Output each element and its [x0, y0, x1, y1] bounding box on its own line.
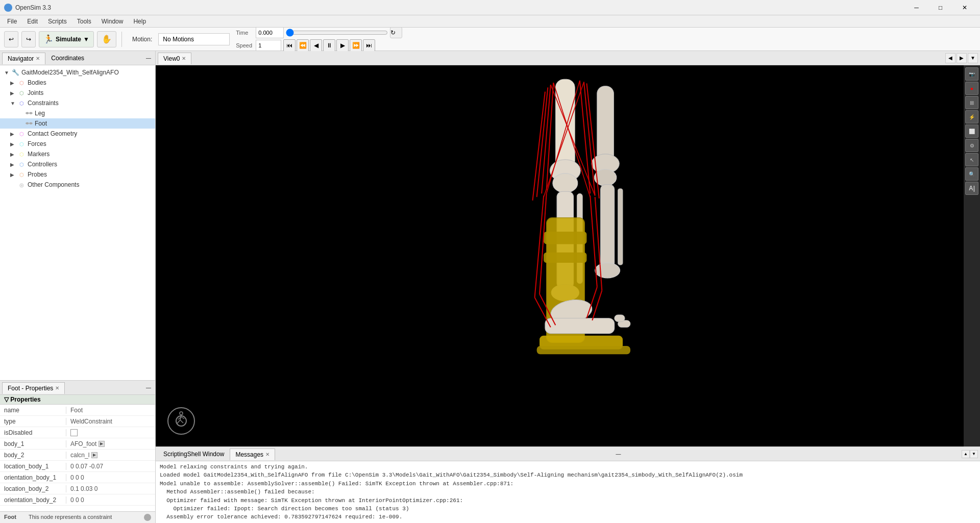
tree-item-other[interactable]: ◎ Other Components [0, 180, 155, 190]
vp-camera-button[interactable]: 📷 [965, 67, 978, 81]
vp-red-button[interactable]: ● [965, 82, 978, 95]
tree-item-joints[interactable]: ▶ ⬡ Joints [0, 88, 155, 98]
close-messages-icon[interactable]: ✕ [265, 452, 270, 457]
props-val-type: WeldConstraint [66, 418, 155, 425]
msg-4: Optimizer failed with message: SimTK Exc… [160, 497, 976, 505]
menu-item-file[interactable]: File [2, 17, 22, 26]
main-content: Navigator ✕ Coordinates ─ ▼ 🔧 GaitModel2… [0, 51, 980, 523]
props-row-loc-body1: location_body_1 0 0.07 -0.07 [0, 461, 155, 472]
nav-right-button[interactable]: ▶ [957, 53, 967, 63]
menu-item-edit[interactable]: Edit [22, 17, 43, 26]
transport-play[interactable]: ▶ [336, 39, 349, 52]
close-bottom-panel-button[interactable]: ─ [614, 450, 623, 458]
tree-item-contact[interactable]: ▶ ⬡ Contact Geometry [0, 129, 155, 139]
close-button[interactable]: ✕ [953, 0, 976, 15]
back-button[interactable]: ↩ [4, 31, 18, 47]
messages-content[interactable]: Model relaxing constraints and trying ag… [156, 461, 980, 523]
vp-select-button[interactable]: ↖ [965, 153, 978, 166]
tree-item-leg[interactable]: ⬬⬬ Leg [0, 108, 155, 118]
hand-tool-button[interactable]: ✋ [97, 31, 116, 47]
tree-item-forces[interactable]: ▶ ⬡ Forces [0, 139, 155, 149]
transport-end[interactable]: ⏭ [363, 39, 375, 52]
speed-input[interactable] [256, 40, 281, 51]
tree-item-probes[interactable]: ▶ ⬡ Probes [0, 169, 155, 180]
properties-panel: Foot - Properties ✕ ─ ▽ Properties name … [0, 380, 155, 523]
contact-icon: ⬡ [17, 130, 26, 138]
menu-item-tools[interactable]: Tools [72, 17, 96, 26]
navigator-tree[interactable]: ▼ 🔧 GaitModel2354_With_SelfAlignAFO ▶ ⬡ … [0, 65, 155, 380]
close-view-icon[interactable]: ✕ [182, 56, 186, 61]
vp-muscle-button[interactable]: ⚡ [965, 110, 978, 123]
svg-point-11 [595, 263, 620, 278]
simulate-icon: 🏃 [43, 34, 54, 44]
skeleton-view [466, 65, 721, 446]
nav-down-button[interactable]: ▼ [968, 53, 978, 63]
menu-item-window[interactable]: Window [96, 17, 129, 26]
vp-cursor-button[interactable]: A| [965, 182, 978, 195]
forward-button[interactable]: ↪ [21, 31, 36, 47]
props-row-body1: body_1 AFO_foot ▶ [0, 438, 155, 450]
loop-button[interactable]: ↻ [390, 27, 402, 38]
toolbar-separator [121, 32, 122, 47]
time-group: Time ↻ [236, 27, 402, 38]
body1-scroll-btn[interactable]: ▶ [99, 441, 105, 447]
minimize-button[interactable]: ─ [905, 0, 928, 15]
transport-rewind[interactable]: ⏪ [297, 39, 309, 52]
messages-scroll-down[interactable]: ▼ [970, 450, 978, 458]
tab-scripting-shell[interactable]: ScriptingShell Window [158, 448, 230, 460]
tab-navigator[interactable]: Navigator ✕ [2, 53, 45, 64]
time-input[interactable] [256, 27, 284, 38]
close-navigator-icon[interactable]: ✕ [36, 56, 40, 61]
transport-step-fwd[interactable]: ⏩ [350, 39, 362, 52]
isdisabled-checkbox[interactable] [70, 429, 78, 436]
back-icon: ↩ [9, 36, 14, 43]
transport-controls: ⏮ ⏪ ◀ ⏸ ▶ ⏩ ⏭ [283, 39, 375, 52]
simulate-dropdown-icon: ▼ [83, 36, 89, 43]
vp-model-button[interactable]: ⬜ [965, 124, 978, 138]
footer-label: Foot [4, 514, 24, 520]
vp-grid-button[interactable]: ⊞ [965, 96, 978, 109]
tree-item-bodies[interactable]: ▶ ⬡ Bodies [0, 78, 155, 88]
props-tabs: Foot - Properties ✕ ─ [0, 381, 155, 395]
props-section-header[interactable]: ▽ Properties [0, 395, 155, 405]
close-panel-button[interactable]: ─ [144, 54, 153, 62]
props-val-body2: calcn_l ▶ [66, 452, 155, 459]
messages-scroll-up[interactable]: ▲ [962, 450, 970, 458]
viewport[interactable]: 📷 ● ⊞ ⚡ ⬜ ⚙ ↖ 🔍 A| [156, 65, 980, 446]
simulate-button[interactable]: 🏃 Simulate ▼ [39, 31, 94, 47]
svg-line-47 [180, 420, 183, 423]
tab-foot-properties[interactable]: Foot - Properties ✕ [2, 382, 65, 394]
tab-messages[interactable]: Messages ✕ [230, 449, 275, 460]
menu-item-scripts[interactable]: Scripts [43, 17, 72, 26]
tree-item-constraints[interactable]: ▼ ⬡ Constraints [0, 98, 155, 108]
probes-icon: ⬡ [17, 170, 26, 179]
tree-item-markers[interactable]: ▶ ⬡ Markers [0, 149, 155, 159]
close-props-icon[interactable]: ✕ [55, 385, 59, 391]
maximize-button[interactable]: □ [929, 0, 952, 15]
body2-scroll-btn[interactable]: ▶ [91, 452, 97, 458]
svg-line-41 [592, 290, 602, 320]
transport-begin[interactable]: ⏮ [283, 39, 296, 52]
vp-display-button[interactable]: ⚙ [965, 139, 978, 152]
props-key-loc-body1: location_body_1 [0, 463, 66, 470]
transport-pause[interactable]: ⏸ [323, 39, 335, 52]
tree-item-foot[interactable]: ⬬⬬ Foot [0, 118, 155, 129]
tree-root[interactable]: ▼ 🔧 GaitModel2354_With_SelfAlignAFO [0, 67, 155, 78]
view-tabs: View0 ✕ ◀ ▶ ▼ [156, 51, 980, 65]
motion-select[interactable] [158, 33, 230, 45]
speed-group: Speed ⏮ ⏪ ◀ ⏸ ▶ ⏩ ⏭ [236, 39, 402, 52]
tree-item-controllers[interactable]: ▶ ⬡ Controllers [0, 159, 155, 169]
constraints-icon: ⬡ [17, 99, 26, 107]
nav-left-button[interactable]: ◀ [945, 53, 955, 63]
app-icon [4, 4, 12, 12]
svg-point-4 [552, 173, 577, 193]
tab-coordinates[interactable]: Coordinates [45, 52, 90, 64]
svg-line-49 [181, 417, 184, 419]
msg-2: Model unable to assemble: AssemblySolver… [160, 480, 976, 488]
vp-zoom-button[interactable]: 🔍 [965, 167, 978, 181]
tab-view0[interactable]: View0 ✕ [158, 53, 191, 64]
menu-item-help[interactable]: Help [128, 17, 151, 26]
transport-step-back[interactable]: ◀ [310, 39, 322, 52]
time-slider[interactable] [286, 29, 388, 37]
close-props-button[interactable]: ─ [144, 384, 153, 392]
